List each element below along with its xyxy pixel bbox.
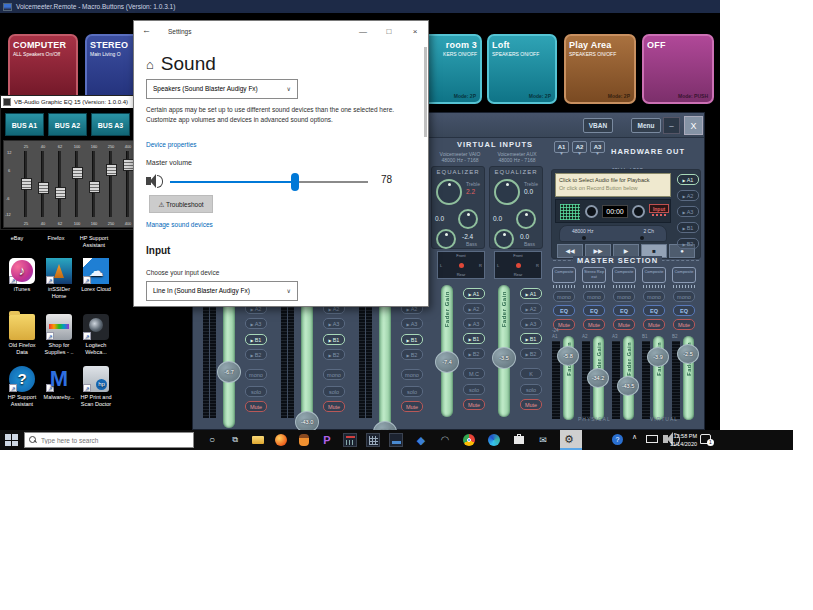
eq-band-slider-40[interactable] [41, 151, 44, 217]
macro-button-play-area[interactable]: Play Area SPEAKERS ON/OFF Mode: 2P [564, 34, 636, 104]
bus-mode-button[interactable]: Composite [642, 267, 666, 283]
tab-bus-a1[interactable]: BUS A1 [5, 113, 44, 136]
fader-track[interactable]: Fader Gain -2.5 [683, 336, 694, 420]
minimize-button[interactable]: — [350, 21, 376, 43]
fader-track[interactable]: Fader Gain -34.2 [593, 336, 604, 420]
fader-knob[interactable]: -3.9 [647, 347, 669, 367]
close-button[interactable]: X [684, 116, 703, 135]
mono-button[interactable]: mono [323, 369, 345, 380]
graphic-eq-titlebar[interactable]: VB-Audio Graphic EQ 15 (Version: 1.0.0.4… [1, 96, 134, 108]
firefox-icon[interactable] [274, 433, 288, 447]
action-center-icon[interactable]: 1 [700, 434, 711, 444]
bus-b1-button[interactable]: B1 [323, 334, 345, 345]
bus-a3-button[interactable]: A3 [323, 318, 345, 329]
bus-b1-button[interactable]: B1 [520, 333, 542, 344]
volume-slider-track[interactable] [170, 181, 368, 183]
fader-track[interactable]: Fader Gain -5.8 [563, 336, 574, 420]
bus-mode-button[interactable]: Composite [552, 267, 576, 283]
hardware-out-a2-selector[interactable]: A2▼ [572, 141, 587, 153]
desktop-icon-old-firefox-data[interactable]: Old Firefox Data [4, 314, 40, 355]
solo-button[interactable]: solo [245, 386, 267, 397]
lorex-taskbar-icon[interactable]: ◆ [414, 433, 428, 447]
fader-knob[interactable]: -3.5 [492, 347, 516, 369]
solo-button[interactable]: solo [520, 384, 542, 395]
output-device-select[interactable]: Speakers (Sound Blaster Audigy Fx) ∨ [146, 79, 298, 99]
macro-window-titlebar[interactable]: Voicemeeter.Remote - Macro.Buttons (Vers… [0, 0, 720, 13]
bass-knob[interactable] [494, 229, 514, 249]
recorder-bus-b1[interactable]: B1 [677, 222, 699, 233]
graphic-eq-taskbar-icon[interactable] [366, 433, 380, 447]
app-mascot-icon[interactable] [297, 433, 311, 447]
mute-button[interactable]: Mute [643, 319, 665, 330]
bus-mode-button[interactable]: Composite [672, 267, 696, 283]
bus-a3-button[interactable]: A3 [463, 318, 485, 329]
mute-button[interactable]: Mute [463, 399, 485, 410]
taskbar-search[interactable] [24, 432, 194, 448]
bus-b2-button[interactable]: B2 [401, 349, 423, 360]
mono-button[interactable]: mono [583, 291, 605, 302]
bus-a1-button[interactable]: A1 [463, 288, 485, 299]
minimize-button[interactable]: – [663, 117, 680, 134]
mono-button[interactable]: mono [401, 369, 423, 380]
bus-a2-button[interactable]: A2 [463, 303, 485, 314]
mono-button[interactable]: mono [673, 291, 695, 302]
eq-band-slider-25[interactable] [24, 151, 27, 217]
fader-knob[interactable]: -7.4 [435, 351, 459, 373]
edge-icon[interactable] [487, 433, 501, 447]
settings-titlebar[interactable]: ← Settings — □ × [134, 21, 428, 45]
bus-b1-button[interactable]: B1 [401, 334, 423, 345]
mute-button[interactable]: Mute [245, 401, 267, 412]
menu-button[interactable]: Menu [631, 118, 661, 133]
voicemeeter-taskbar-icon[interactable] [343, 433, 357, 447]
mute-button[interactable]: Mute [583, 319, 605, 330]
treble-knob[interactable] [494, 179, 520, 205]
mc-button[interactable]: M.C [463, 368, 485, 379]
desktop-icon-hp-support-assistant[interactable]: ↗ HP Support Assistant [4, 366, 40, 407]
volume-slider-thumb[interactable] [291, 173, 299, 191]
manage-sound-devices-link[interactable]: Manage sound devices [146, 221, 213, 228]
macro-button-off[interactable]: OFF Mode: PUSH [642, 34, 714, 104]
desktop-icon-label-ebay[interactable]: eBay [2, 235, 32, 242]
eq-slider-handle[interactable] [55, 187, 66, 199]
eq-band-slider-160[interactable] [92, 151, 95, 217]
task-view-icon[interactable]: ⧉ [228, 433, 242, 447]
eq-button[interactable]: EQ [643, 305, 665, 316]
maximize-button[interactable]: □ [376, 21, 402, 43]
desktop-icon-malwarebytes[interactable]: ↗ Malwareby... [41, 366, 77, 401]
eq-slider-handle[interactable] [38, 182, 49, 194]
mute-button[interactable]: Mute [613, 319, 635, 330]
recorder-bus-a3[interactable]: A3 [677, 206, 699, 217]
solo-button[interactable]: solo [401, 386, 423, 397]
fader-knob[interactable]: -2.5 [677, 344, 699, 364]
fader-knob[interactable]: -43.5 [617, 376, 639, 396]
surround-panner[interactable]: Front Rear L R [494, 251, 542, 279]
bus-b2-button[interactable]: B2 [520, 348, 542, 359]
search-input[interactable] [41, 437, 171, 444]
troubleshoot-button[interactable]: ⚠ Troubleshoot [149, 195, 213, 213]
eq-band-slider-62[interactable] [58, 151, 61, 217]
tab-bus-a2[interactable]: BUS A2 [48, 113, 87, 136]
desktop-icon-label-hp-support[interactable]: HP Support Assistant [74, 235, 114, 248]
k-button[interactable]: K [520, 368, 542, 379]
desktop-icon-shop-for-supplies[interactable]: ↗ Shop for Supplies - .. [41, 314, 77, 355]
mono-button[interactable]: mono [245, 369, 267, 380]
mid-knob[interactable] [458, 209, 478, 229]
bus-b1-button[interactable]: B1 [245, 334, 267, 345]
eq-button[interactable]: EQ [613, 305, 635, 316]
desktop-icon-itunes[interactable]: ↗ iTunes [4, 258, 40, 293]
desktop-icon-label-firefox[interactable]: Firefox [38, 235, 74, 242]
bus-a2-button[interactable]: A2 [520, 303, 542, 314]
surround-panner[interactable]: Front Rear L R [437, 251, 485, 279]
file-explorer-icon[interactable] [251, 433, 265, 447]
eq-button[interactable]: EQ [553, 305, 575, 316]
device-properties-link[interactable]: Device properties [146, 141, 197, 148]
start-button[interactable] [4, 433, 18, 447]
eq-slider-handle[interactable] [21, 178, 32, 190]
inssider-taskbar-icon[interactable]: ◠ [438, 433, 452, 447]
eq-slider-handle[interactable] [89, 181, 100, 193]
mute-button[interactable]: Mute [323, 401, 345, 412]
macro-button-computer[interactable]: COMPUTER ALL Speakers On/Off [8, 34, 78, 104]
bus-a3-button[interactable]: A3 [520, 318, 542, 329]
recorder-bus-a2[interactable]: A2 [677, 190, 699, 201]
fader-track[interactable]: Fader Gain -3.5 [498, 285, 510, 417]
